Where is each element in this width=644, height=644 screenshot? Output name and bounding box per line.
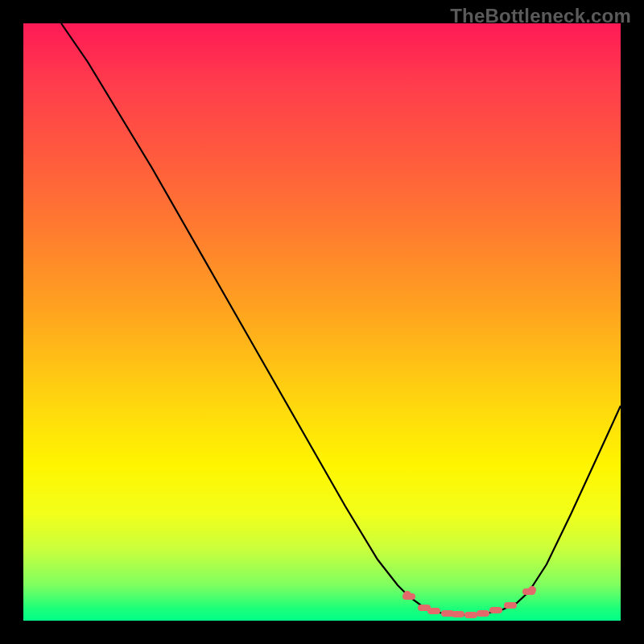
curve-layer (23, 23, 621, 621)
watermark-label: TheBottleneck.com (450, 5, 631, 27)
marker-dot (403, 591, 411, 599)
marker-segment (477, 610, 489, 617)
marker-cluster (402, 586, 536, 618)
marker-segment (464, 612, 477, 618)
marker-segment (504, 602, 517, 609)
marker-segment (489, 607, 502, 613)
marker-segment (427, 608, 440, 614)
marker-segment (452, 611, 464, 617)
bottleneck-curve (61, 23, 621, 615)
marker-dot (528, 586, 536, 594)
